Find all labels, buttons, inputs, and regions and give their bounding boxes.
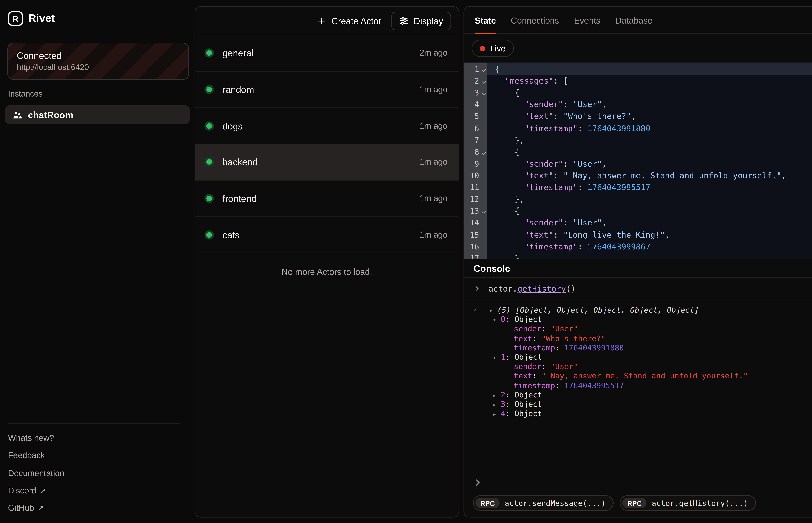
- triangle-right-icon[interactable]: ▸: [493, 409, 501, 419]
- tab-database[interactable]: Database: [615, 7, 653, 33]
- editor-line-number: 15: [464, 229, 487, 240]
- brand-name: Rivet: [29, 12, 55, 25]
- editor-code-line: }: [487, 252, 812, 259]
- footer-link-discord[interactable]: Discord↗: [8, 482, 180, 499]
- footer-link-github[interactable]: GitHub↗: [8, 499, 180, 517]
- create-actor-label: Create Actor: [331, 16, 381, 25]
- editor-line-number: 17: [464, 252, 487, 259]
- rivet-app: R Rivet Connected http://localhost:6420 …: [0, 0, 812, 523]
- footer-link-label: Whats new?: [8, 433, 54, 443]
- actor-status-icon: [206, 50, 212, 56]
- actor-row-frontend[interactable]: frontend1m ago: [195, 181, 459, 217]
- display-label: Display: [414, 16, 443, 25]
- command-object: actor.: [488, 284, 517, 293]
- fold-chevron-icon[interactable]: [481, 210, 486, 214]
- tab-state[interactable]: State: [475, 7, 496, 33]
- console-output: ‹▾(5) [Object, Object, Object, Object, O…: [464, 300, 812, 419]
- triangle-down-icon[interactable]: ▾: [489, 306, 497, 315]
- rpc-shortcuts: RPCactor.sendMessage(...)RPCactor.getHis…: [473, 495, 812, 511]
- prop-key: timestamp: [514, 381, 555, 390]
- tab-connections[interactable]: Connections: [511, 7, 559, 33]
- entry-prop-timestamp: timestamp: 1764043995517: [473, 381, 812, 391]
- fold-chevron-icon[interactable]: [481, 150, 486, 155]
- live-toggle[interactable]: Live: [472, 40, 514, 57]
- footer-link-whats-new-[interactable]: Whats new?: [8, 429, 180, 447]
- rivet-logo-icon: R: [8, 11, 23, 26]
- sidebar-item-chatroom[interactable]: chatRoom: [5, 105, 190, 124]
- actor-name: dogs: [223, 121, 243, 131]
- plus-icon: [317, 16, 327, 25]
- prop-key: sender: [514, 325, 541, 333]
- editor-code-line: "sender": "User",: [487, 217, 812, 229]
- rpc-button-actor-getHistory-[interactable]: RPCactor.getHistory(...): [620, 495, 756, 511]
- console-spacer: [464, 419, 812, 472]
- footer-link-label: Discord: [8, 486, 37, 495]
- footer-link-feedback[interactable]: Feedback: [8, 447, 180, 464]
- triangle-right-icon[interactable]: ▸: [493, 391, 501, 400]
- editor-code-line: "timestamp": 1764043999867: [487, 240, 812, 252]
- editor-line-number: 13: [464, 205, 487, 217]
- entry-index: 4: [501, 409, 505, 418]
- fold-chevron-icon[interactable]: [481, 79, 486, 84]
- editor-line-number: 9: [464, 158, 487, 170]
- create-actor-button[interactable]: Create Actor: [317, 16, 381, 25]
- state-json-editor[interactable]: 1234567891011121314151617 { "messages": …: [464, 63, 812, 259]
- entry-index: 2: [501, 391, 505, 399]
- editor-line-number: 8: [464, 146, 487, 158]
- users-icon: [12, 110, 22, 120]
- sliders-icon: [399, 16, 409, 25]
- actors-empty-message: No more Actors to load.: [195, 253, 459, 277]
- return-value-icon: ‹: [473, 305, 489, 314]
- prompt-chevron-icon: [473, 478, 812, 487]
- fold-chevron-icon[interactable]: [481, 91, 486, 95]
- prop-key: text: [514, 334, 532, 343]
- console-entry-3[interactable]: ▸3: Object: [473, 400, 812, 409]
- tab-events[interactable]: Events: [574, 7, 600, 33]
- actor-status-icon: [206, 232, 212, 237]
- editor-line-number: 16: [464, 240, 487, 252]
- fold-chevron-icon[interactable]: [481, 68, 486, 72]
- footer-link-documentation[interactable]: Documentation: [8, 464, 180, 482]
- entry-index: 3: [501, 400, 505, 409]
- instance-name: chatRoom: [28, 109, 73, 120]
- console-entry-0[interactable]: ▾0: Object: [473, 315, 812, 325]
- editor-code-line: "sender": "User",: [487, 98, 812, 110]
- sidebar-footer: Whats new?FeedbackDocumentationDiscord↗G…: [0, 423, 188, 517]
- command-args: (): [566, 284, 576, 293]
- console-command: actor.getHistory(): [488, 284, 576, 293]
- actor-name: frontend: [223, 193, 257, 204]
- actor-row-dogs[interactable]: dogs1m ago: [195, 108, 459, 144]
- actor-row-cats[interactable]: cats1m ago: [195, 217, 459, 253]
- console-header[interactable]: Console: [464, 259, 812, 278]
- triangle-down-icon[interactable]: ▾: [493, 353, 501, 362]
- actor-row-general[interactable]: general2m ago: [195, 35, 459, 72]
- editor-line-number: 5: [464, 110, 487, 122]
- editor-code-line: "timestamp": 1764043991880: [487, 122, 812, 134]
- display-button[interactable]: Display: [391, 12, 451, 30]
- prop-key: text: [514, 372, 532, 380]
- actor-row-backend[interactable]: backend1m ago: [195, 144, 459, 181]
- actor-last-active: 1m ago: [420, 121, 448, 130]
- actor-name: backend: [223, 157, 258, 167]
- entry-prop-timestamp: timestamp: 1764043991880: [473, 343, 812, 353]
- rpc-tag: RPC: [476, 498, 500, 508]
- external-link-icon: ↗: [40, 487, 46, 494]
- console-entry-1[interactable]: ▾1: Object: [473, 353, 812, 362]
- actor-last-active: 1m ago: [420, 85, 448, 94]
- entry-prop-sender: sender: "User": [473, 362, 812, 372]
- actor-row-random[interactable]: random1m ago: [195, 72, 459, 108]
- actor-status-icon: [206, 123, 212, 128]
- prop-value: 1764043991880: [564, 343, 624, 352]
- editor-code-line: "text": "Who's there?",: [487, 110, 812, 122]
- actor-name: general: [223, 48, 254, 58]
- actors-panel-header: Create Actor Display: [195, 7, 459, 35]
- brand-row: R Rivet: [8, 11, 55, 26]
- console-title: Console: [473, 263, 510, 273]
- prop-value: 1764043995517: [564, 381, 624, 390]
- rpc-button-actor-sendMessage-[interactable]: RPCactor.sendMessage(...): [473, 495, 614, 511]
- triangle-right-icon[interactable]: ▸: [493, 400, 501, 409]
- state-toolbar: Live: [464, 34, 812, 63]
- console-entry-2[interactable]: ▸2: Object: [473, 391, 812, 400]
- triangle-down-icon[interactable]: ▾: [493, 315, 501, 325]
- console-entry-4[interactable]: ▸4: Object: [473, 409, 812, 419]
